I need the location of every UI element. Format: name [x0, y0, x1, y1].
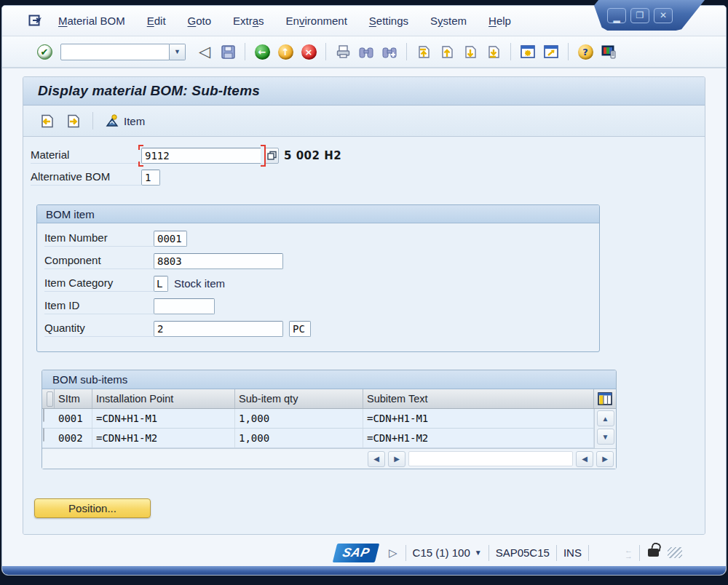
- new-session-button[interactable]: [516, 41, 539, 63]
- scroll-left-button[interactable]: ◀: [368, 451, 385, 467]
- column-header-subitem-qty[interactable]: Sub-item qty: [235, 389, 363, 408]
- system-session-selector[interactable]: C15 (1) 100 ▼: [413, 546, 482, 559]
- scroll-right-button[interactable]: ▶: [388, 451, 405, 467]
- next-item-button[interactable]: [61, 110, 84, 132]
- alternative-bom-row: Alternative BOM: [31, 169, 705, 186]
- cell-subitem-text[interactable]: =CDN+H1-M1: [363, 409, 594, 428]
- material-description: 5 002 H2: [284, 149, 341, 162]
- help-button[interactable]: ?: [574, 41, 597, 63]
- item-category-field[interactable]: [154, 276, 168, 292]
- menu-material-bom[interactable]: Material BOM: [47, 12, 136, 30]
- hscroll-track[interactable]: [408, 451, 573, 466]
- menu-extras[interactable]: Extras: [222, 12, 275, 30]
- first-page-button[interactable]: [412, 41, 435, 63]
- find-next-button[interactable]: [378, 41, 401, 63]
- focus-frame: [138, 145, 266, 167]
- window-bottom-edge: [2, 566, 726, 575]
- binoculars-plus-icon: [382, 46, 397, 58]
- menu-settings[interactable]: Settings: [358, 12, 419, 30]
- cell-sitm[interactable]: 0001: [55, 409, 92, 428]
- toolbar-separator: [325, 43, 326, 60]
- row-selector[interactable]: [42, 429, 55, 447]
- back-button[interactable]: ←: [250, 41, 274, 63]
- alternative-bom-label: Alternative BOM: [31, 169, 141, 186]
- save-icon: [221, 45, 235, 59]
- item-overview-icon: [106, 114, 120, 127]
- item-button[interactable]: Item: [101, 113, 149, 129]
- row-selector[interactable]: [42, 409, 55, 428]
- next-page-button[interactable]: [459, 41, 482, 63]
- menu-edit[interactable]: Edit: [136, 12, 177, 30]
- screen-content: Material 5 002 H2: [23, 137, 705, 534]
- column-header-installation-point[interactable]: Installation Point: [92, 389, 235, 408]
- help-question-icon: ?: [578, 44, 593, 60]
- cancel-button[interactable]: ×: [297, 41, 320, 63]
- scroll-right-icon: ▶: [394, 455, 400, 463]
- cell-subitem-qty[interactable]: 1,000: [235, 409, 363, 428]
- application-toolbar: Item: [23, 106, 705, 137]
- system-menu-icon[interactable]: [23, 15, 47, 27]
- scroll-right-icon: ▶: [602, 455, 608, 463]
- toolbar-separator: [510, 43, 511, 60]
- create-shortcut-button[interactable]: [539, 41, 563, 63]
- resize-grip[interactable]: [668, 547, 682, 558]
- close-button[interactable]: ✕: [654, 8, 673, 23]
- previous-item-button[interactable]: [35, 110, 58, 132]
- focus-corner: [138, 162, 143, 167]
- column-header-sitm[interactable]: SItm: [55, 389, 92, 408]
- horizontal-scrollbar[interactable]: ◀ ▶ ◀ ▶: [42, 448, 616, 469]
- select-all-cell[interactable]: [42, 389, 55, 408]
- enter-check-icon: ✔: [37, 44, 52, 60]
- menu-goto[interactable]: Goto: [177, 12, 223, 30]
- input-mode-indicator[interactable]: INS: [563, 546, 582, 559]
- customize-layout-button[interactable]: [597, 41, 620, 63]
- component-field[interactable]: [154, 253, 283, 269]
- unit-field[interactable]: [289, 321, 311, 337]
- column-header-subitem-text[interactable]: Subitem Text: [363, 389, 594, 408]
- print-button[interactable]: [331, 41, 355, 63]
- material-field[interactable]: [141, 148, 263, 164]
- menu-help[interactable]: Help: [478, 12, 522, 30]
- alternative-bom-field[interactable]: [141, 170, 160, 186]
- cell-sitm[interactable]: 0002: [55, 429, 92, 447]
- item-id-field[interactable]: [154, 298, 215, 314]
- scroll-left-button-2[interactable]: ◀: [576, 451, 593, 467]
- cell-subitem-text[interactable]: =CDN+H1-M2: [363, 429, 594, 447]
- last-page-icon: [487, 45, 500, 59]
- multiple-values-icon[interactable]: [264, 148, 279, 164]
- cancel-x-icon: ×: [301, 44, 317, 60]
- scroll-right-button-2[interactable]: ▶: [596, 451, 614, 467]
- minimize-button[interactable]: ▂: [607, 8, 626, 23]
- position-button[interactable]: Position...: [34, 498, 151, 518]
- select-all-button[interactable]: [47, 391, 53, 407]
- vertical-scrollbar[interactable]: ▲ ▼: [594, 409, 616, 448]
- previous-page-button[interactable]: [435, 41, 459, 63]
- cell-installation-point[interactable]: =CDN+H1-M2: [92, 429, 235, 447]
- status-expand-icon[interactable]: ▷: [389, 546, 397, 560]
- scroll-up-icon: ▲: [602, 415, 609, 423]
- enter-button[interactable]: ✔: [33, 41, 56, 63]
- scroll-up-button[interactable]: ▲: [597, 410, 614, 426]
- subitems-table: BOM sub-items SItm Installation Point Su…: [41, 370, 617, 469]
- back-triangle-button[interactable]: ◁: [193, 41, 216, 63]
- quantity-field[interactable]: [154, 321, 283, 337]
- status-separator: [405, 545, 406, 561]
- command-field[interactable]: [60, 44, 170, 60]
- menu-system[interactable]: System: [419, 12, 478, 30]
- row-selector-button[interactable]: [43, 428, 44, 442]
- find-button[interactable]: [355, 41, 378, 63]
- last-page-button[interactable]: [482, 41, 505, 63]
- item-number-label: Item Number: [44, 230, 154, 247]
- status-separator: [639, 545, 640, 561]
- menu-environment[interactable]: Environment: [275, 12, 358, 30]
- maximize-button[interactable]: ❐: [630, 8, 649, 23]
- row-selector-button[interactable]: [43, 408, 44, 422]
- save-button[interactable]: [216, 41, 240, 63]
- cell-subitem-qty[interactable]: 1,000: [235, 429, 363, 447]
- item-number-field[interactable]: [154, 231, 187, 247]
- command-dropdown-button[interactable]: ▼: [170, 44, 186, 60]
- table-settings-button[interactable]: [594, 389, 616, 408]
- cell-installation-point[interactable]: =CDN+H1-M1: [92, 409, 235, 428]
- scroll-down-button[interactable]: ▼: [597, 429, 614, 445]
- exit-button[interactable]: ↑: [274, 41, 297, 63]
